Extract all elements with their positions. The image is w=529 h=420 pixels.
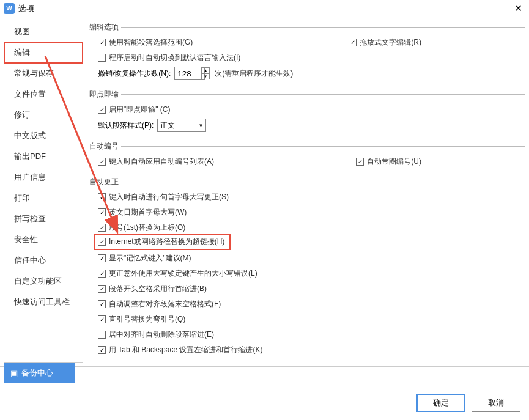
section-legend: 自动更正 (89, 177, 121, 187)
section-legend: 即点即输 (89, 89, 121, 100)
sidebar-item-general-save[interactable]: 常规与保存 (4, 63, 83, 84)
sidebar-item-edit[interactable]: 编辑 (4, 42, 83, 63)
check-icon: ✓ (98, 254, 106, 262)
section-click-type: 即点即输 ✓ 启用"即点即输" (C) 默认段落样式(P): 正文 ▼ (89, 89, 525, 136)
cancel-button[interactable]: 取消 (472, 394, 520, 412)
content-panel: 编辑选项 ✓ 使用智能段落选择范围(G) ✓ 拖放式文字编辑(R) 程序启动 (83, 17, 529, 366)
undo-steps-label: 撤销/恢复操作步数(N): (98, 68, 171, 79)
sidebar-item-view[interactable]: 视图 (4, 21, 83, 42)
section-auto-number: 自动编号 ✓ 键入时自动应用自动编号列表(A) ✓ 自动带圈编号(U) (89, 141, 525, 172)
checkbox-auto-number-list[interactable]: ✓ 键入时自动应用自动编号列表(A) (98, 157, 214, 167)
check-icon: ✓ (98, 158, 106, 166)
sidebar-item-user-info[interactable]: 用户信息 (4, 167, 83, 188)
check-icon: ✓ (98, 285, 106, 293)
section-auto-correct: 自动更正 ✓键入时自动进行句首字母大写更正(S) ✓英文日期首字母大写(W) ✓… (89, 177, 525, 360)
check-icon (98, 54, 106, 62)
checkbox-tab-backspace-indent[interactable]: ✓用 Tab 和 Backspace 设置左缩进和首行缩进(K) (98, 345, 262, 355)
check-icon: ✓ (98, 224, 106, 232)
sidebar-item-trust-center[interactable]: 信任中心 (4, 250, 83, 271)
undo-steps-input[interactable] (174, 67, 205, 80)
window-title: 选项 (18, 3, 511, 14)
sidebar-item-spell-check[interactable]: 拼写检查 (4, 208, 83, 229)
check-icon: ✓ (98, 39, 106, 46)
sidebar-item-print[interactable]: 打印 (4, 188, 83, 208)
sidebar-item-security[interactable]: 安全性 (4, 229, 83, 250)
section-edit-options: 编辑选项 ✓ 使用智能段落选择范围(G) ✓ 拖放式文字编辑(R) 程序启动 (89, 22, 525, 84)
checkbox-caps-lock-correct[interactable]: ✓更正意外使用大写锁定键产生的大小写错误(L) (98, 268, 257, 279)
checkbox-enable-click-type[interactable]: ✓ 启用"即点即输" (C) (98, 105, 171, 115)
default-para-select[interactable]: 正文 ▼ (157, 119, 206, 132)
backup-icon: ▣ (10, 369, 18, 378)
check-icon: ✓ (98, 193, 106, 201)
check-icon: ✓ (98, 270, 106, 278)
checkbox-smart-paragraph[interactable]: ✓ 使用智能段落选择范围(G) (98, 37, 193, 48)
sidebar-item-customize-ribbon[interactable]: 自定义功能区 (4, 271, 83, 292)
checkbox-auto-circle-number[interactable]: ✓ 自动带圈编号(U) (356, 157, 421, 167)
backup-center-button[interactable]: ▣ 备份中心 (4, 363, 75, 383)
check-icon: ✓ (98, 106, 106, 114)
checkbox-drag-drop-edit[interactable]: ✓ 拖放式文字编辑(R) (349, 37, 421, 48)
ok-button[interactable]: 确定 (416, 394, 465, 412)
section-legend: 剪切和粘贴选项 (89, 365, 143, 366)
check-icon: ✓ (349, 39, 357, 46)
titlebar: W 选项 ✕ (0, 0, 529, 17)
sidebar: 视图 编辑 常规与保存 文件位置 修订 中文版式 输出PDF 用户信息 打印 拼… (4, 21, 83, 363)
checkbox-english-date-capital[interactable]: ✓英文日期首字母大写(W) (98, 207, 187, 218)
checkbox-ordinal-superscript[interactable]: ✓序号(1st)替换为上标(O) (98, 223, 185, 233)
checkbox-internet-hyperlink[interactable]: ✓Internet或网络路径替换为超链接(H) (95, 235, 229, 249)
bottom-bar: 确定 取消 (0, 385, 529, 420)
check-icon: ✓ (98, 238, 106, 246)
checkbox-smart-quotes[interactable]: ✓直引号替换为弯引号(Q) (98, 314, 185, 325)
undo-steps-suffix: 次(需重启程序才能生效) (215, 68, 293, 79)
spinner[interactable]: ▲▼ (201, 67, 210, 79)
default-para-label: 默认段落样式(P): (98, 120, 154, 131)
checkbox-para-start-indent[interactable]: ✓段落开头空格采用行首缩进(B) (98, 284, 207, 294)
sidebar-item-output-pdf[interactable]: 输出PDF (4, 146, 83, 167)
check-icon (98, 331, 106, 339)
close-icon[interactable]: ✕ (511, 1, 525, 16)
checkbox-sentence-capital[interactable]: ✓键入时自动进行句首字母大写更正(S) (98, 192, 229, 202)
sidebar-item-quick-access[interactable]: 快速访问工具栏 (4, 292, 83, 312)
app-icon: W (4, 3, 15, 14)
check-icon: ✓ (98, 346, 106, 354)
check-icon: ✓ (98, 300, 106, 308)
checkbox-memory-type-suggestion[interactable]: ✓显示"记忆式键入"建议(M) (98, 253, 191, 263)
checkbox-right-align-trailing-space[interactable]: ✓自动调整右对齐段落末空格格式(F) (98, 299, 221, 309)
check-icon: ✓ (98, 315, 106, 323)
checkbox-auto-ime[interactable]: 程序启动时自动切换到默认语言输入法(I) (98, 53, 240, 63)
sidebar-item-revision[interactable]: 修订 (4, 105, 83, 125)
check-icon: ✓ (356, 158, 364, 166)
section-cut-paste: 剪切和粘贴选项 (89, 365, 525, 366)
section-legend: 编辑选项 (89, 22, 121, 32)
checkbox-center-remove-indent[interactable]: 居中对齐时自动删除段落缩进(E) (98, 330, 214, 340)
sidebar-item-file-location[interactable]: 文件位置 (4, 84, 83, 105)
section-legend: 自动编号 (89, 141, 121, 152)
chevron-down-icon: ▼ (198, 123, 203, 128)
check-icon: ✓ (98, 208, 106, 216)
sidebar-item-chinese-layout[interactable]: 中文版式 (4, 125, 83, 146)
